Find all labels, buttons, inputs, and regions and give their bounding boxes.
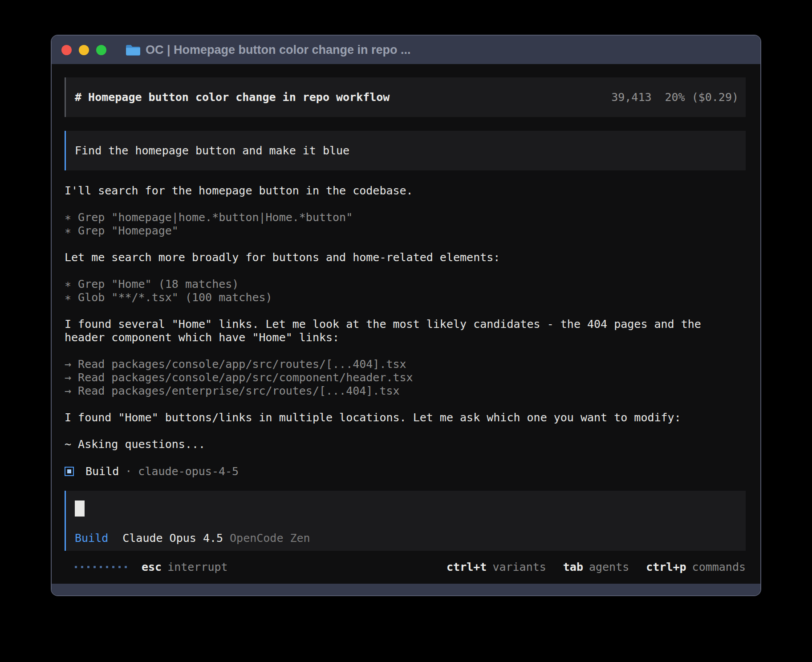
shortcut-agents: tab agents	[563, 561, 629, 573]
assistant-message: I found "Home" buttons/links in multiple…	[65, 411, 746, 424]
window-titlebar[interactable]: OC | Homepage button color change in rep…	[52, 36, 760, 64]
agent-name: Build	[85, 465, 119, 478]
assistant-message: I'll search for the homepage button in t…	[65, 184, 746, 198]
shortcut-key: ctrl+t	[447, 561, 487, 573]
close-button[interactable]	[61, 45, 72, 55]
user-message-text: Find the homepage button and make it blu…	[75, 144, 349, 157]
desktop: OC | Homepage button color change in rep…	[0, 0, 812, 662]
tool-call-line: → Read packages/enterprise/src/routes/[.…	[65, 384, 746, 398]
session-title: # Homepage button color change in repo w…	[75, 91, 611, 104]
asking-questions-line: ~ Asking questions...	[65, 438, 746, 451]
shortcut-label: interrupt	[167, 561, 227, 573]
shortcut-group-right: ctrl+t variants tab agents ctrl+p comman…	[447, 561, 746, 573]
tool-call-group: ∗ Grep "homepage|home.*button|Home.*butt…	[65, 211, 746, 238]
shortcut-variants: ctrl+t variants	[447, 561, 546, 573]
input-footer: Build Claude Opus 4.5 OpenCode Zen	[75, 532, 310, 545]
tool-call-line: ∗ Grep "Home" (18 matches)	[65, 278, 746, 291]
tool-call-line: ∗ Grep "homepage|home.*button|Home.*butt…	[65, 211, 746, 224]
input-model-name[interactable]: Claude Opus 4.5	[122, 532, 223, 545]
window-title: OC | Homepage button color change in rep…	[146, 43, 411, 57]
shortcut-label: commands	[692, 561, 746, 573]
assistant-message: I found several "Home" links. Let me loo…	[65, 318, 746, 344]
shortcut-commands: ctrl+p commands	[646, 561, 746, 573]
text-cursor	[75, 501, 85, 517]
token-count: 39,413	[611, 91, 651, 104]
window-footer	[52, 584, 760, 595]
agent-model-id: claude-opus-4-5	[138, 465, 239, 478]
assistant-message-line: Let me search more broadly for buttons a…	[65, 251, 746, 264]
shortcut-interrupt: esc interrupt	[142, 561, 228, 573]
folder-icon	[125, 44, 140, 56]
shortcut-label: variants	[492, 561, 546, 573]
session-header: # Homepage button color change in repo w…	[65, 77, 746, 117]
shortcut-key: esc	[142, 561, 162, 573]
context-percent: 20%	[665, 91, 685, 104]
assistant-message-line: I found several "Home" links. Let me loo…	[65, 318, 746, 331]
user-message: Find the homepage button and make it blu…	[65, 131, 746, 170]
assistant-message-line: header component which have "Home" links…	[65, 331, 746, 344]
assistant-status: ~ Asking questions...	[65, 438, 746, 451]
assistant-message-line: I found "Home" buttons/links in multiple…	[65, 411, 746, 424]
tool-call-line: ∗ Grep "Homepage"	[65, 224, 746, 238]
input-provider-name: OpenCode Zen	[230, 532, 310, 545]
tool-call-group: ∗ Grep "Home" (18 matches) ∗ Glob "**/*.…	[65, 278, 746, 304]
agent-status-line: Build · claude-opus-4-5	[65, 464, 746, 478]
terminal-window: OC | Homepage button color change in rep…	[51, 35, 761, 596]
session-stats: 39,413 20% ($0.29)	[611, 91, 739, 104]
agent-icon	[65, 467, 74, 476]
terminal-content: # Homepage button color change in repo w…	[52, 64, 760, 584]
separator-dot: ·	[125, 465, 132, 478]
session-cost: ($0.29)	[692, 91, 739, 104]
assistant-message-line: I'll search for the homepage button in t…	[65, 184, 746, 198]
shortcut-key: ctrl+p	[646, 561, 686, 573]
minimize-button[interactable]	[79, 45, 89, 55]
tool-call-line: ∗ Glob "**/*.tsx" (100 matches)	[65, 291, 746, 304]
input-mode-label[interactable]: Build	[75, 532, 108, 545]
zoom-button[interactable]	[96, 45, 106, 55]
assistant-message: Let me search more broadly for buttons a…	[65, 251, 746, 264]
tool-call-line: → Read packages/console/app/src/componen…	[65, 371, 746, 384]
shortcut-label: agents	[589, 561, 629, 573]
spinner-dots-icon	[75, 566, 127, 568]
prompt-input[interactable]: Build Claude Opus 4.5 OpenCode Zen	[65, 491, 746, 551]
status-bar: esc interrupt ctrl+t variants tab agents…	[65, 559, 746, 575]
tool-call-line: → Read packages/console/app/src/routes/[…	[65, 358, 746, 371]
shortcut-key: tab	[563, 561, 583, 573]
tool-call-group: → Read packages/console/app/src/routes/[…	[65, 358, 746, 398]
